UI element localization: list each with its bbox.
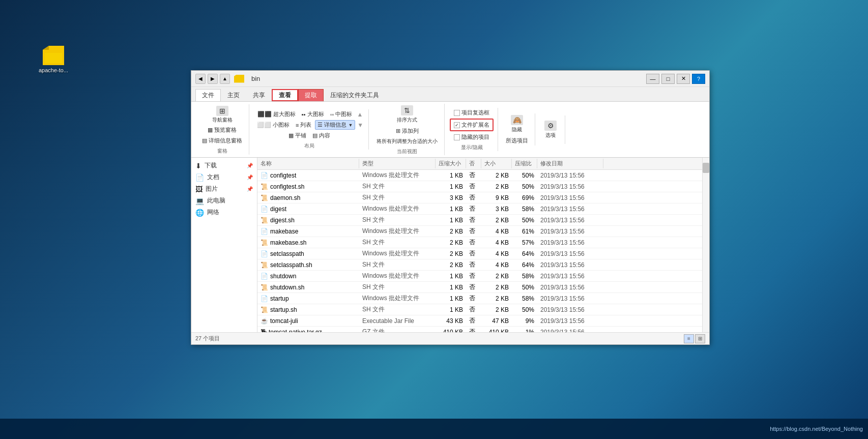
- layout-row3: ▦ 平铺 ▤ 内容: [286, 131, 333, 140]
- file-date: 2019/3/13 15:56: [537, 295, 603, 303]
- content-btn[interactable]: ▤ 内容: [310, 131, 333, 140]
- close-button[interactable]: ✕: [677, 74, 690, 84]
- grid-view-toggle[interactable]: ⊞: [695, 334, 705, 343]
- tab-home[interactable]: 主页: [221, 89, 246, 101]
- window-title: bin: [251, 75, 260, 82]
- sidebar-item-network[interactable]: 🌐 网络: [191, 207, 257, 218]
- table-row[interactable]: ☕ tomcat-juli Executable Jar File 43 KB …: [257, 315, 702, 327]
- table-row[interactable]: 📜 daemon.sh SH 文件 3 KB 否 9 KB 69% 2019/3…: [257, 192, 702, 203]
- hidden-items-btn[interactable]: 隐藏的项目: [451, 132, 492, 142]
- sidebar-item-this-pc[interactable]: 💻 此电脑: [191, 195, 257, 207]
- large-btn[interactable]: ▪▪ 大图标: [299, 109, 327, 119]
- col-header-compress[interactable]: 压缩大小: [436, 159, 466, 168]
- tab-view[interactable]: 查看: [272, 89, 298, 101]
- file-date: 2019/3/13 15:56: [537, 239, 603, 247]
- table-row[interactable]: 📄 makebase Windows 批处理文件 2 KB 否 4 KB 61%…: [257, 226, 702, 237]
- file-no: 否: [466, 193, 481, 202]
- restore-button[interactable]: □: [661, 74, 675, 84]
- col-header-date[interactable]: 修改日期: [537, 159, 603, 168]
- sidebar-item-downloads[interactable]: ⬇ 下载 📌: [191, 160, 257, 171]
- tab-share[interactable]: 共享: [246, 89, 272, 101]
- tab-compress-tools[interactable]: 压缩的文件夹工具: [324, 89, 386, 101]
- file-name: startup: [270, 295, 289, 302]
- file-ratio: 50%: [512, 171, 537, 180]
- desktop-icon-apache[interactable]: apache-to...: [36, 46, 71, 74]
- file-date: 2019/3/13 15:56: [537, 261, 603, 269]
- pin-icon-downloads: 📌: [247, 163, 253, 168]
- file-ratio: 58%: [512, 295, 537, 303]
- ribbon-group-show-hide: 项目复选框 文件扩展名: [446, 108, 498, 151]
- downloads-icon: ⬇: [195, 162, 201, 170]
- table-row[interactable]: 📜 setclasspath.sh SH 文件 2 KB 否 4 KB 64% …: [257, 259, 702, 271]
- ribbon-content: ⊞ 导航窗格 ▦ 预览窗格 ▤ 详细信息窗格: [191, 101, 709, 157]
- window-controls: — □ ✕ ?: [646, 74, 705, 84]
- scrollbar-thumb[interactable]: [703, 163, 709, 173]
- tab-file[interactable]: 文件: [195, 89, 221, 101]
- col-header-name[interactable]: 名称: [257, 159, 359, 168]
- nav-up-button[interactable]: ▲: [220, 74, 230, 84]
- tile-btn[interactable]: ▦ 平铺: [286, 131, 309, 140]
- file-size: 9 KB: [481, 194, 512, 202]
- nav-forward-button[interactable]: ▶: [208, 74, 218, 84]
- table-row[interactable]: 📜 configtest.sh SH 文件 1 KB 否 2 KB 50% 20…: [257, 181, 702, 192]
- file-icon: 📜: [261, 183, 268, 190]
- table-row[interactable]: 📄 startup Windows 批处理文件 1 KB 否 2 KB 58% …: [257, 293, 702, 304]
- hide-selected-btn[interactable]: 所选项目: [503, 136, 531, 145]
- sort-button[interactable]: ⇅ 排序方式: [394, 104, 420, 125]
- file-size: 4 KB: [481, 239, 512, 247]
- medium-btn[interactable]: ▫▫ 中图标: [328, 109, 355, 119]
- documents-icon: 📄: [195, 173, 204, 182]
- nav-back-button[interactable]: ◀: [195, 74, 206, 84]
- file-type: GZ 文件: [359, 327, 436, 332]
- pictures-icon: 🖼: [195, 185, 202, 193]
- file-name: digest: [270, 206, 286, 213]
- file-ext-btn[interactable]: 文件扩展名: [451, 120, 492, 130]
- small-btn[interactable]: ⬜⬜ 小图标: [254, 120, 292, 130]
- sidebar: ⬇ 下载 📌 📄 文档 📌 🖼 图片 📌 💻 此电脑: [191, 158, 257, 332]
- extra-large-btn[interactable]: ⬛⬛ 超大图标: [255, 109, 298, 119]
- file-date: 2019/3/13 15:56: [537, 194, 603, 202]
- hide-button[interactable]: 🙈 隐藏: [507, 113, 527, 135]
- detail-pane-button[interactable]: ▤ 详细信息窗格: [199, 136, 245, 145]
- minimize-button[interactable]: —: [646, 74, 659, 84]
- tab-extract[interactable]: 提取: [298, 89, 324, 101]
- scrollbar[interactable]: [702, 158, 709, 332]
- list-btn[interactable]: ≡ 列表: [293, 120, 314, 130]
- file-size: 2 KB: [481, 283, 512, 291]
- table-row[interactable]: 🗜 tomcat-native.tar.gz GZ 文件 410 KB 否 41…: [257, 327, 702, 332]
- file-name: configtest: [270, 172, 296, 179]
- col-header-size[interactable]: 大小: [481, 159, 512, 168]
- sidebar-item-documents[interactable]: 📄 文档 📌: [191, 171, 257, 183]
- show-hide-row1: 项目复选框: [451, 108, 492, 118]
- list-view-toggle[interactable]: ≡: [684, 334, 694, 343]
- fit-col-button[interactable]: 将所有列调整为合适的大小: [374, 137, 440, 146]
- table-row[interactable]: 📄 setclasspath Windows 批处理文件 2 KB 否 4 KB…: [257, 248, 702, 259]
- table-row[interactable]: 📄 configtest Windows 批处理文件 1 KB 否 2 KB 5…: [257, 170, 702, 181]
- file-date: 2019/3/13 15:56: [537, 317, 603, 325]
- help-button[interactable]: ?: [692, 74, 705, 84]
- file-date: 2019/3/13 15:56: [537, 272, 603, 280]
- table-row[interactable]: 📜 makebase.sh SH 文件 2 KB 否 4 KB 57% 2019…: [257, 237, 702, 248]
- nav-pane-button[interactable]: ⊞ 导航窗格: [210, 104, 235, 124]
- file-ratio: 58%: [512, 205, 537, 213]
- preview-pane-button[interactable]: ▦ 预览窗格: [205, 125, 239, 135]
- table-row[interactable]: 📜 shutdown.sh SH 文件 1 KB 否 2 KB 50% 2019…: [257, 282, 702, 293]
- table-row[interactable]: 📜 startup.sh SH 文件 1 KB 否 2 KB 50% 2019/…: [257, 304, 702, 315]
- layout-scroll-up[interactable]: ▲: [356, 111, 364, 118]
- col-header-ratio[interactable]: 压缩比: [512, 159, 537, 168]
- item-checkbox-btn[interactable]: 项目复选框: [451, 108, 492, 118]
- file-type: SH 文件: [359, 215, 436, 225]
- file-ratio: 69%: [512, 194, 537, 202]
- file-name: setclasspath.sh: [270, 261, 312, 269]
- detail-btn[interactable]: ☰ 详细信息 ▼: [315, 120, 355, 130]
- file-type: Windows 批处理文件: [359, 249, 436, 258]
- table-row[interactable]: 📄 digest Windows 批处理文件 1 KB 否 3 KB 58% 2…: [257, 203, 702, 215]
- layout-scroll-down[interactable]: ▼: [356, 122, 364, 129]
- options-button[interactable]: ⚙ 选项: [540, 119, 561, 140]
- col-header-no[interactable]: 否: [466, 159, 481, 168]
- table-row[interactable]: 📄 shutdown Windows 批处理文件 1 KB 否 2 KB 58%…: [257, 271, 702, 282]
- col-header-type[interactable]: 类型: [359, 159, 436, 168]
- sidebar-item-pictures[interactable]: 🖼 图片 📌: [191, 183, 257, 195]
- table-row[interactable]: 📜 digest.sh SH 文件 1 KB 否 2 KB 50% 2019/3…: [257, 215, 702, 226]
- add-col-button[interactable]: ⊞ 添加列: [393, 126, 421, 136]
